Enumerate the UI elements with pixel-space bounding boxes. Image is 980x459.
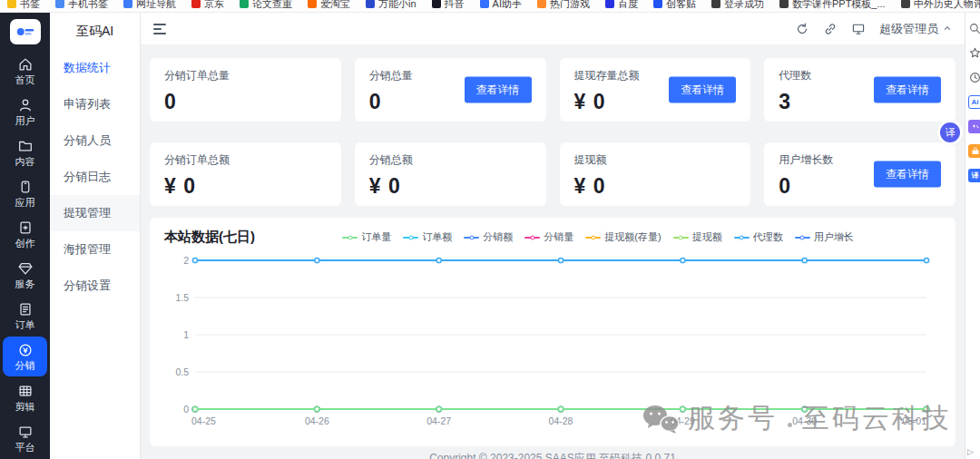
bookmark-item[interactable]: 爱淘宝 xyxy=(308,0,350,11)
stat-card: 用户增长数 0 查看详情 xyxy=(764,142,956,206)
bookmark-item[interactable]: 热门游戏 xyxy=(537,0,590,11)
stat-card-label: 提现额 xyxy=(574,152,737,168)
rail-item-label: 创作 xyxy=(15,238,35,249)
bookmark-favicon-icon xyxy=(605,0,614,8)
bookmark-label: 万能小in xyxy=(378,0,416,11)
game-controller-icon[interactable] xyxy=(968,120,980,133)
bookmark-favicon-icon xyxy=(366,0,375,8)
rail-item-label: 分销 xyxy=(15,360,35,371)
collapse-menu-icon[interactable] xyxy=(153,24,168,34)
bookmark-item[interactable]: 论文查重 xyxy=(240,0,292,11)
sidebar-rail-item[interactable]: 用户 xyxy=(3,92,47,132)
bookmark-label: 百度 xyxy=(618,0,638,11)
admin-label: 超级管理员 xyxy=(879,21,938,37)
bookmark-item[interactable]: 京东 xyxy=(191,0,224,11)
rail-item-label: 内容 xyxy=(15,156,35,167)
bookmark-favicon-icon xyxy=(711,0,720,8)
stat-card-value: ¥ 0 xyxy=(369,174,532,199)
sidebar-rail-item[interactable]: 平台 xyxy=(3,418,47,458)
toolbox-icon[interactable] xyxy=(968,144,980,158)
view-details-button[interactable]: 查看详情 xyxy=(874,161,941,188)
bookmark-favicon-icon xyxy=(480,0,489,8)
sidebar-rail-item[interactable]: 内容 xyxy=(3,132,47,172)
svg-text:05-01: 05-01 xyxy=(902,415,926,426)
legend-label: 用户增长 xyxy=(814,230,854,244)
floating-translate-button[interactable]: 译 xyxy=(940,122,960,142)
legend-item[interactable]: 订单量 xyxy=(342,230,391,244)
bookmark-favicon-icon xyxy=(55,0,64,8)
legend-item[interactable]: 订单额 xyxy=(403,230,452,244)
app-logo[interactable] xyxy=(10,19,41,44)
sidebar-rail-item[interactable]: 分销 xyxy=(3,337,47,376)
bookmark-item[interactable]: AI助手 xyxy=(480,0,522,11)
bookmark-favicon-icon xyxy=(653,0,662,8)
legend-label: 代理数 xyxy=(753,230,783,244)
bookmark-favicon-icon xyxy=(7,0,16,8)
sidebar-rail-item[interactable]: 剪辑 xyxy=(3,377,47,417)
stat-card-label: 分销总额 xyxy=(369,152,532,168)
refresh-icon[interactable] xyxy=(795,22,809,36)
bookmark-item[interactable]: 中外历史人物评说p... xyxy=(901,0,980,11)
legend-marker-icon xyxy=(734,237,750,239)
view-details-button[interactable]: 查看详情 xyxy=(465,77,532,103)
view-details-button[interactable]: 查看详情 xyxy=(874,77,941,103)
submenu-item[interactable]: 提现管理 xyxy=(50,195,140,231)
bookmark-label: 登录成功 xyxy=(724,0,764,11)
link-icon[interactable] xyxy=(823,22,838,36)
stat-cards-row1: 分销订单总量 0 分销总量 0 查看详情 提现存量总额 ¥ 0 查看详情 xyxy=(150,58,956,122)
admin-account-menu[interactable]: 超级管理员 xyxy=(879,21,952,37)
legend-item[interactable]: 代理数 xyxy=(734,230,783,244)
bookmark-item[interactable]: 手机书签 xyxy=(55,0,108,11)
stat-card: 分销订单总量 0 xyxy=(150,58,341,122)
bookmark-item[interactable]: 书签 xyxy=(7,0,40,11)
bookmark-item[interactable]: 数学课件PPT模板_... xyxy=(779,0,886,11)
svg-text:04-29: 04-29 xyxy=(671,415,695,426)
legend-item[interactable]: 分销量 xyxy=(524,230,573,244)
sidebar-rail-item[interactable]: 首页 xyxy=(3,51,47,91)
submenu-item[interactable]: 分销设置 xyxy=(50,268,140,304)
legend-item[interactable]: 提现额 xyxy=(673,230,722,244)
bookmark-item[interactable]: 抖音 xyxy=(432,0,465,11)
clock-icon[interactable] xyxy=(968,71,980,84)
bookmark-item[interactable]: 万能小in xyxy=(366,0,416,11)
bookmark-item[interactable]: 网址导航 xyxy=(123,0,176,11)
bookmark-label: 数学课件PPT模板_... xyxy=(792,0,886,11)
submenu-item[interactable]: 分销人员 xyxy=(50,122,140,159)
bookmark-item[interactable]: 创客贴 xyxy=(653,0,696,11)
legend-label: 分销量 xyxy=(544,230,573,244)
submenu-item-label: 数据统计 xyxy=(64,61,111,74)
sidebar-rail-item[interactable]: 订单 xyxy=(3,296,47,336)
legend-label: 提现额(存量) xyxy=(604,230,661,244)
dashboard-content: 分销订单总量 0 分销总量 0 查看详情 提现存量总额 ¥ 0 查看详情 xyxy=(141,45,965,459)
translate-panel-icon[interactable]: 译 xyxy=(968,169,980,182)
submenu-item[interactable]: 数据统计 xyxy=(50,50,140,86)
bookmark-label: AI助手 xyxy=(493,0,522,11)
star-icon[interactable] xyxy=(968,46,980,60)
chart-title: 本站数据(七日) xyxy=(164,229,255,246)
fullscreen-monitor-icon[interactable] xyxy=(851,22,866,36)
submenu-item[interactable]: 分销日志 xyxy=(50,159,140,195)
bookmark-item[interactable]: 百度 xyxy=(605,0,638,11)
legend-item[interactable]: 提现额(存量) xyxy=(585,230,661,244)
sidebar-rail-item[interactable]: 创作 xyxy=(3,214,47,254)
submenu-item[interactable]: 海报管理 xyxy=(50,231,140,268)
main-area: 超级管理员 分销订单总量 0 分销总量 xyxy=(141,13,965,459)
rail-item-label: 应用 xyxy=(15,197,35,208)
browser-bookmarks-bar: 书签 手机书签 网址导航 京东 论文查重 xyxy=(0,0,980,13)
rail-items: 首页 用户 内容 应用 创作 xyxy=(3,51,47,459)
panel-collapse-handle-icon[interactable]: ▷ xyxy=(967,447,974,456)
sidebar-rail-item[interactable]: 应用 xyxy=(3,173,47,213)
stat-card: 提现额 ¥ 0 xyxy=(560,142,751,206)
submenu-item[interactable]: 申请列表 xyxy=(50,86,140,122)
legend-marker-icon xyxy=(673,237,689,239)
chevron-up-icon xyxy=(943,22,952,35)
sidebar-rail-item[interactable]: 服务 xyxy=(3,255,47,295)
legend-item[interactable]: 用户增长 xyxy=(795,230,854,244)
legend-item[interactable]: 分销额 xyxy=(464,230,513,244)
view-details-button[interactable]: 查看详情 xyxy=(669,77,736,103)
ai-assistant-icon[interactable]: Ai xyxy=(968,95,980,109)
browser-side-panel: Ai 译 ▷ xyxy=(965,13,980,459)
legend-label: 订单量 xyxy=(361,230,391,244)
search-icon[interactable] xyxy=(968,22,980,35)
bookmark-item[interactable]: 登录成功 xyxy=(711,0,764,11)
